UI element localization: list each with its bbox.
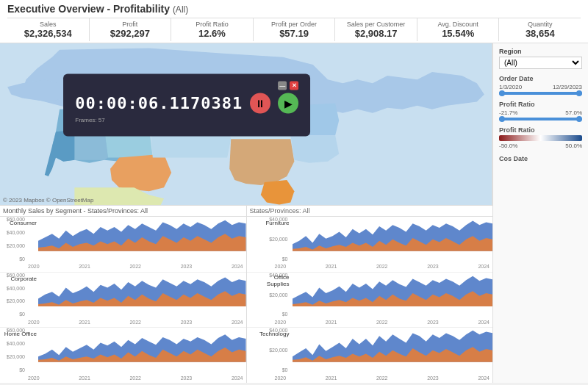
page-title: Executive Overview - Profitability (All) bbox=[7, 3, 581, 15]
corporate-chart bbox=[38, 273, 246, 307]
furniture-chart bbox=[293, 217, 493, 251]
timer-pause-button[interactable]: ⏸ bbox=[250, 93, 270, 113]
timer-frames: Frames: 57 bbox=[75, 116, 298, 123]
right-section-header: States/Provinces: All bbox=[247, 206, 493, 216]
consumer-x-axis: 20202021202220232024 bbox=[28, 262, 243, 272]
kpi-avg-discount: Avg. Discount 15.54% bbox=[417, 18, 500, 41]
profit-ratio-filter: Profit Ratio -21.7% 57.0% bbox=[499, 101, 582, 120]
charts-left: $60,000 $40,000 $20,000 $0 Consumer bbox=[0, 217, 247, 383]
furniture-x-axis: 20202021202220232024 bbox=[275, 262, 490, 272]
color-bar-labels: -50.0% 50.0% bbox=[499, 143, 582, 149]
office-supplies-chart-row: $40,000 $20,000 $0 OfficeSupplies 202020… bbox=[247, 273, 493, 328]
corporate-chart-row: $60,000 $40,000 $20,000 $0 Corporate 202… bbox=[0, 273, 246, 328]
technology-chart bbox=[293, 328, 493, 362]
charts-right: $40,000 $20,000 $0 Furniture 20202021202… bbox=[247, 217, 493, 383]
region-filter: Region (All) bbox=[499, 48, 582, 69]
home-office-label: Home Office bbox=[0, 331, 37, 337]
color-bar bbox=[499, 135, 582, 141]
region-select[interactable]: (All) bbox=[499, 57, 582, 69]
furniture-chart-row: $40,000 $20,000 $0 Furniture 20202021202… bbox=[247, 217, 493, 273]
corporate-label: Corporate bbox=[0, 276, 37, 282]
office-supplies-label: OfficeSupplies bbox=[247, 274, 290, 288]
office-supplies-chart bbox=[293, 273, 493, 307]
map-attribution: © 2023 Mapbox © OpenStreetMap bbox=[3, 197, 93, 204]
timer-close-button[interactable]: ✕ bbox=[290, 81, 298, 90]
office-supplies-x-axis: 20202021202220232024 bbox=[275, 317, 490, 327]
order-date-filter: Order Date 1/3/2020 12/29/2023 bbox=[499, 75, 582, 95]
furniture-label: Furniture bbox=[247, 220, 290, 226]
timer-play-button[interactable]: ▶ bbox=[278, 93, 298, 113]
home-office-x-axis: 20202021202220232024 bbox=[28, 373, 243, 383]
technology-x-axis: 20202021202220232024 bbox=[275, 373, 490, 383]
corporate-x-axis: 20202021202220232024 bbox=[28, 317, 243, 327]
kpi-sales: Sales $2,326,534 bbox=[7, 18, 90, 41]
order-date-slider[interactable] bbox=[499, 92, 582, 95]
kpi-row: Sales $2,326,534 Profit $292,297 Profit … bbox=[7, 18, 581, 41]
timer-minimize-button[interactable]: — bbox=[278, 81, 287, 90]
profit-ratio-slider[interactable] bbox=[499, 118, 582, 120]
charts-section: $60,000 $40,000 $20,000 $0 Consumer bbox=[0, 216, 492, 383]
timer-overlay[interactable]: — ✕ 00:00:06.1170381 ⏸ ▶ Frames: 57 bbox=[63, 73, 310, 136]
kpi-profit-per-order: Profit per Order $57.19 bbox=[254, 18, 336, 41]
home-office-chart bbox=[38, 328, 246, 362]
technology-label: Technology bbox=[247, 331, 290, 337]
cos-date-section: Cos Date bbox=[499, 155, 582, 162]
consumer-label: Consumer bbox=[0, 220, 37, 226]
left-panel: © 2023 Mapbox © OpenStreetMap — ✕ 00:00:… bbox=[0, 43, 492, 383]
kpi-sales-per-customer: Sales per Customer $2,908.17 bbox=[335, 18, 417, 41]
left-section-header: Monthly Sales by Segment - States/Provin… bbox=[0, 206, 247, 216]
technology-chart-row: $40,000 $20,000 $0 Technology 2020202120… bbox=[247, 328, 493, 383]
main-area: © 2023 Mapbox © OpenStreetMap — ✕ 00:00:… bbox=[0, 43, 588, 383]
consumer-chart bbox=[38, 217, 246, 251]
timer-display: 00:00:06.1170381 bbox=[75, 94, 243, 112]
kpi-quantity: Quantity 38,654 bbox=[499, 18, 581, 41]
right-panel: Region (All) Order Date 1/3/2020 12/29/2… bbox=[492, 43, 588, 383]
home-office-chart-row: $60,000 $40,000 $20,000 $0 Home Office 2… bbox=[0, 328, 246, 383]
header: Executive Overview - Profitability (All)… bbox=[0, 0, 588, 43]
kpi-profit-ratio: Profit Ratio 12.6% bbox=[171, 18, 254, 41]
profit-ratio-color-filter: Profit Ratio -50.0% 50.0% bbox=[499, 126, 582, 149]
kpi-profit: Profit $292,297 bbox=[90, 18, 172, 41]
charts-header: Monthly Sales by Segment - States/Provin… bbox=[0, 205, 492, 216]
consumer-chart-row: $60,000 $40,000 $20,000 $0 Consumer bbox=[0, 217, 246, 273]
map-area: © 2023 Mapbox © OpenStreetMap — ✕ 00:00:… bbox=[0, 43, 492, 205]
